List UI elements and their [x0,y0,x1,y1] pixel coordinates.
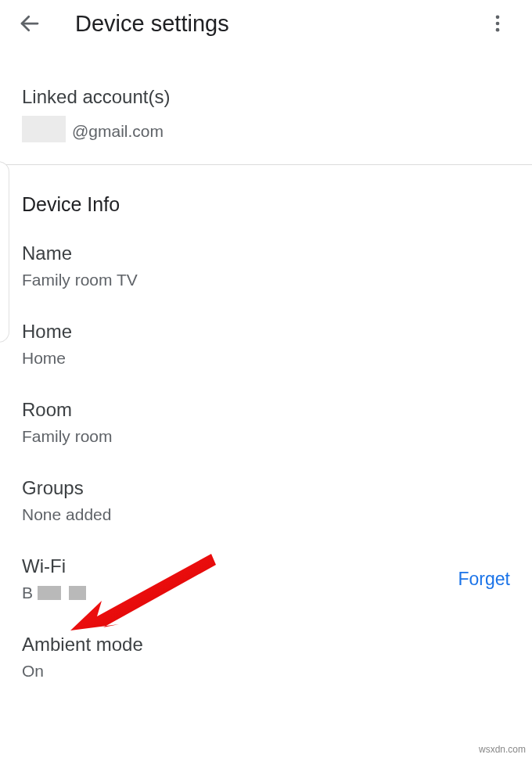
wifi-forget-button[interactable]: Forget [458,569,510,590]
name-value: Family room TV [22,271,138,289]
arrow-back-icon [18,12,41,35]
groups-label: Groups [22,477,111,499]
groups-value: None added [22,505,111,524]
svg-point-1 [496,16,500,20]
home-value: Home [22,349,72,368]
name-row[interactable]: Name Family room TV [0,227,532,305]
device-info-heading: Device Info [0,165,532,227]
redacted-ssid-part2 [69,586,86,600]
email-domain: @gmail.com [72,122,164,142]
home-label: Home [22,321,72,343]
ambient-label: Ambient mode [22,634,143,656]
home-row[interactable]: Home Home [0,305,532,383]
side-handle [0,161,9,343]
groups-row[interactable]: Groups None added [0,462,532,540]
redacted-ssid-part1 [38,586,61,600]
linked-accounts-label: Linked account(s) [22,86,510,108]
back-button[interactable] [8,2,52,45]
app-header: Device settings [0,0,532,47]
room-row[interactable]: Room Family room [0,383,532,462]
wifi-label: Wi-Fi [22,555,86,577]
linked-accounts-section[interactable]: Linked account(s) @gmail.com [0,86,532,165]
watermark: wsxdn.com [479,744,526,755]
room-value: Family room [22,427,113,446]
ambient-value: On [22,662,143,681]
wifi-value: B [22,584,86,602]
page-title: Device settings [75,11,229,37]
redacted-username [22,116,66,142]
linked-email-row: @gmail.com [22,116,510,142]
wifi-ssid-prefix: B [22,584,33,602]
settings-content: Linked account(s) @gmail.com Device Info… [0,47,532,696]
wifi-row[interactable]: Wi-Fi B Forget [0,540,532,618]
svg-point-2 [496,22,500,26]
svg-point-3 [496,28,500,32]
name-label: Name [22,242,138,264]
more-options-button[interactable] [476,2,519,45]
more-vert-icon [487,13,509,34]
ambient-mode-row[interactable]: Ambient mode On [0,618,532,696]
room-label: Room [22,399,113,421]
